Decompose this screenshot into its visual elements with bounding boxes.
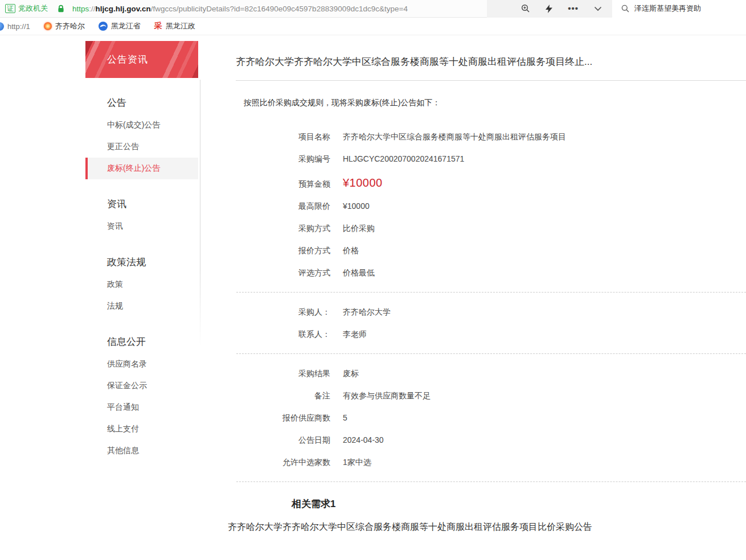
sidebar-group-news: 资讯 bbox=[85, 179, 198, 216]
field-label: 项目名称 bbox=[228, 132, 330, 142]
section-divider bbox=[236, 481, 746, 482]
field-label: 采购编号 bbox=[228, 154, 330, 164]
field-label: 采购人： bbox=[228, 307, 330, 318]
field-label: 公告日期 bbox=[228, 435, 330, 446]
bookmark-label: 齐齐哈尔 bbox=[55, 21, 85, 31]
url-text[interactable]: https://hljcg.hlj.gov.cn/fwgccs/publicit… bbox=[72, 5, 487, 13]
detail-row: 采购结果 废标 bbox=[228, 369, 746, 379]
field-value: 价格最低 bbox=[343, 268, 375, 278]
detail-row: 联系人： 李老师 bbox=[228, 330, 746, 340]
detail-row: 报价方式 价格 bbox=[228, 246, 746, 256]
sidebar-group-policies: 政策法规 bbox=[85, 237, 198, 274]
zoom-in-icon[interactable] bbox=[521, 4, 530, 13]
bookmark-item[interactable]: http://1 bbox=[0, 22, 30, 31]
announcement-detail: 齐齐哈尔大学齐齐哈尔大学中区综合服务楼商服等十处商服出租评估服务项目终止... … bbox=[228, 35, 746, 533]
field-label: 报价供应商数 bbox=[228, 413, 330, 423]
wave-icon bbox=[99, 22, 108, 31]
field-value: 2024-04-30 bbox=[343, 435, 384, 444]
field-value: 有效参与供应商数量不足 bbox=[343, 391, 431, 401]
sun-icon bbox=[44, 22, 52, 30]
detail-row: 预算金额 ¥10000 bbox=[228, 176, 746, 190]
field-value: 李老师 bbox=[343, 330, 367, 340]
overflow-menu-icon[interactable]: ••• bbox=[568, 6, 579, 11]
sidebar-item-platform-notice[interactable]: 平台通知 bbox=[85, 397, 198, 418]
detail-row: 评选方式 价格最低 bbox=[228, 268, 746, 278]
detail-row: 采购编号 HLJGCYC2002070020241671571 bbox=[228, 154, 746, 164]
sidebar-item-award-notice[interactable]: 中标(成交)公告 bbox=[85, 114, 198, 136]
detail-row: 最高限价 ¥10000 bbox=[228, 201, 746, 212]
field-label: 允许中选家数 bbox=[228, 458, 330, 468]
field-value: 齐齐哈尔大学 bbox=[343, 307, 391, 318]
lock-icon bbox=[57, 5, 65, 13]
field-label: 评选方式 bbox=[228, 268, 330, 278]
section-divider bbox=[236, 353, 746, 354]
cai-icon: 采 bbox=[154, 21, 162, 31]
detail-row: 采购方式 比价采购 bbox=[228, 224, 746, 234]
browser-search-box[interactable]: 泽连斯基望美再资助 bbox=[612, 0, 746, 18]
field-value: 1家中选 bbox=[343, 458, 371, 468]
toolbar-icons-panel: ••• bbox=[487, 0, 612, 18]
sidebar-item-correction-notice[interactable]: 更正公告 bbox=[85, 136, 198, 158]
detail-row: 允许中选家数 1家中选 bbox=[228, 458, 746, 468]
detail-row: 报价供应商数 5 bbox=[228, 413, 746, 423]
sidebar-item-policy[interactable]: 政策 bbox=[85, 274, 198, 295]
bookmarks-bar: http://1 齐齐哈尔 黑龙江省 采 黑龙江政 bbox=[0, 18, 746, 35]
sidebar-divider bbox=[200, 80, 200, 348]
detail-row: 公告日期 2024-04-30 bbox=[228, 435, 746, 446]
url-path: /fwgccs/publicityDetails?id=82c16490e09c… bbox=[151, 5, 408, 13]
page-title: 齐齐哈尔大学齐齐哈尔大学中区综合服务楼商服等十处商服出租评估服务项目终止... bbox=[236, 35, 746, 81]
field-label: 预算金额 bbox=[228, 179, 330, 190]
sidebar-nav: 公告 中标(成交)公告 更正公告 废标(终止)公告 资讯 资讯 政策法规 政策 … bbox=[85, 78, 198, 462]
search-query-text: 泽连斯基望美再资助 bbox=[634, 3, 701, 14]
field-value: 5 bbox=[343, 413, 347, 422]
field-value: ¥10000 bbox=[343, 201, 370, 211]
field-value: HLJGCYC2002070020241671571 bbox=[343, 154, 464, 163]
sidebar-group-announcements: 公告 bbox=[85, 78, 198, 114]
bookmark-label: 黑龙江政 bbox=[166, 21, 195, 31]
bookmark-item[interactable]: 采 黑龙江政 bbox=[154, 21, 195, 31]
field-value: 比价采购 bbox=[343, 224, 375, 234]
detail-row: 备注 有效参与供应商数量不足 bbox=[228, 391, 746, 401]
search-icon bbox=[621, 5, 629, 13]
field-label: 最高限价 bbox=[228, 201, 330, 212]
field-label: 采购方式 bbox=[228, 224, 330, 234]
url-separator: :// bbox=[89, 5, 95, 13]
field-value: 废标 bbox=[343, 369, 359, 379]
field-value: 齐齐哈尔大学中区综合服务楼商服等十处商服出租评估服务项目 bbox=[343, 132, 566, 142]
detail-row: 项目名称 齐齐哈尔大学中区综合服务楼商服等十处商服出租评估服务项目 bbox=[228, 132, 746, 142]
sidebar-item-news[interactable]: 资讯 bbox=[85, 216, 198, 237]
sidebar-banner: 公告资讯 bbox=[85, 41, 198, 78]
sidebar-item-deposit-publicity[interactable]: 保证金公示 bbox=[85, 375, 198, 397]
bookmark-label: http://1 bbox=[7, 22, 30, 31]
sidebar-item-other-info[interactable]: 其他信息 bbox=[85, 440, 198, 462]
field-label: 联系人： bbox=[228, 330, 330, 340]
certificate-badge-icon: 证 bbox=[5, 4, 15, 13]
detail-section-result: 采购结果 废标 备注 有效参与供应商数量不足 报价供应商数 5 公告日期 202… bbox=[228, 369, 746, 468]
lightning-icon[interactable] bbox=[546, 5, 552, 13]
chevron-down-icon[interactable] bbox=[594, 6, 602, 11]
sidebar-item-regulations[interactable]: 法规 bbox=[85, 295, 198, 317]
site-category-label: 党政机关 bbox=[18, 3, 48, 14]
detail-row: 采购人： 齐齐哈尔大学 bbox=[228, 307, 746, 318]
related-demand-link[interactable]: 齐齐哈尔大学齐齐哈尔大学中区综合服务楼商服等十处商服出租评估服务项目比价采购公告 bbox=[228, 521, 746, 533]
detail-section-basic: 项目名称 齐齐哈尔大学中区综合服务楼商服等十处商服出租评估服务项目 采购编号 H… bbox=[228, 132, 746, 278]
intro-text: 按照比价采购成交规则，现将采购废标(终止)公告如下： bbox=[244, 98, 746, 108]
related-demand-heading: 相关需求1 bbox=[292, 497, 746, 510]
bookmark-item[interactable]: 黑龙江省 bbox=[99, 21, 141, 31]
sidebar-item-supplier-directory[interactable]: 供应商名录 bbox=[85, 353, 198, 375]
field-label: 报价方式 bbox=[228, 246, 330, 256]
section-divider bbox=[236, 292, 746, 293]
sidebar-item-cancellation-notice[interactable]: 废标(终止)公告 bbox=[85, 158, 198, 179]
detail-section-contacts: 采购人： 齐齐哈尔大学 联系人： 李老师 bbox=[228, 307, 746, 340]
bookmark-item[interactable]: 齐齐哈尔 bbox=[44, 21, 85, 31]
browser-address-bar: 证 党政机关 https://hljcg.hlj.gov.cn/fwgccs/p… bbox=[0, 0, 746, 18]
sidebar-group-disclosure: 信息公开 bbox=[85, 317, 198, 353]
url-scheme: https bbox=[72, 5, 89, 13]
field-value: 价格 bbox=[343, 246, 359, 256]
globe-icon bbox=[0, 22, 4, 31]
bookmark-label: 黑龙江省 bbox=[111, 21, 141, 31]
budget-amount-value: ¥10000 bbox=[343, 176, 383, 190]
url-domain: hljcg.hlj.gov.cn bbox=[96, 5, 151, 13]
sidebar-item-online-payment[interactable]: 线上支付 bbox=[85, 418, 198, 440]
field-label: 采购结果 bbox=[228, 369, 330, 379]
